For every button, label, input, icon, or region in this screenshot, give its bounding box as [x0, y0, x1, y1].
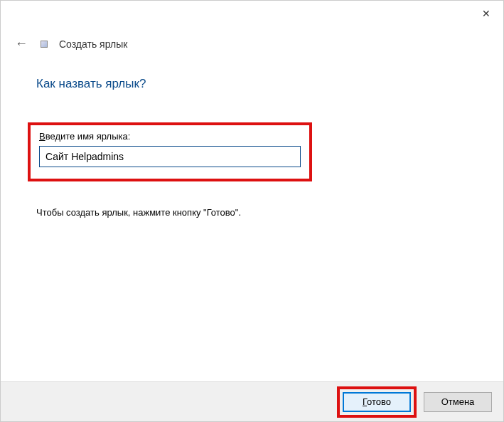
shortcut-icon: [41, 41, 48, 48]
footer-bar: Готово Отмена: [1, 381, 503, 421]
wizard-title: Создать ярлык: [59, 38, 127, 50]
content-area: Как назвать ярлык? Введите имя ярлыка: Ч…: [1, 51, 503, 218]
name-input-label: Введите имя ярлыка:: [39, 131, 301, 142]
finish-button-highlight: Готово: [337, 386, 417, 418]
finish-button[interactable]: Готово: [343, 392, 411, 412]
finish-label: отово: [367, 396, 391, 407]
instruction-text: Чтобы создать ярлык, нажмите кнопку "Гот…: [36, 207, 468, 218]
name-field-highlight: Введите имя ярлыка:: [28, 122, 312, 181]
close-icon: ✕: [482, 8, 490, 19]
wizard-header: ← Создать ярлык: [1, 26, 503, 51]
page-title: Как назвать ярлык?: [36, 77, 468, 91]
shortcut-name-input[interactable]: [39, 146, 301, 167]
close-button[interactable]: ✕: [479, 6, 493, 21]
back-button[interactable]: ←: [15, 36, 28, 51]
label-accelerator: В: [39, 131, 45, 142]
label-text: ведите имя ярлыка:: [45, 131, 131, 142]
cancel-button[interactable]: Отмена: [424, 392, 492, 412]
title-bar: ✕: [1, 1, 503, 26]
